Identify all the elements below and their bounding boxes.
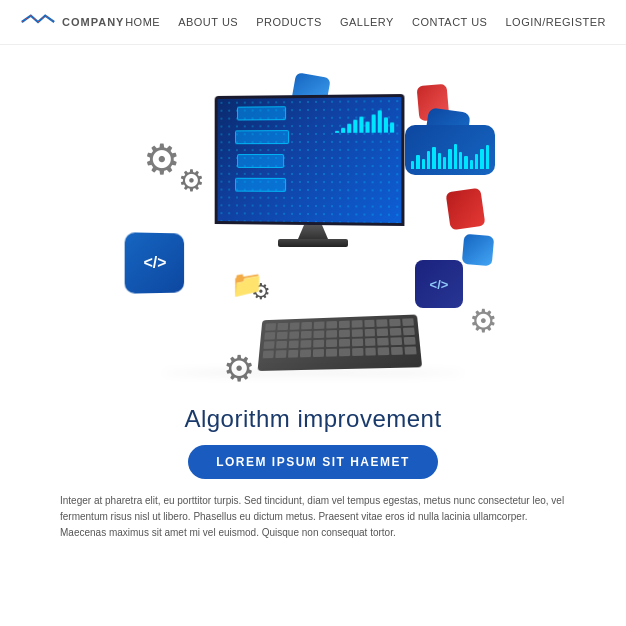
nav-login[interactable]: LOGIN/REGISTER: [505, 16, 606, 28]
monitor-stand: [298, 225, 328, 239]
logo-icon: [20, 12, 56, 32]
nav-gallery[interactable]: GALLERY: [340, 16, 394, 28]
screen-content: [218, 97, 402, 223]
gear-top-left-icon: ⚙: [143, 135, 181, 184]
platform-shadow: [163, 371, 463, 375]
description-text: Integer at pharetra elit, eu porttitor t…: [60, 493, 566, 541]
flowchart-box-2: [235, 130, 289, 144]
keyboard-keys: [258, 315, 421, 363]
header: COMPANY HOME ABOUT US PRODUCTS GALLERY C…: [0, 0, 626, 45]
page-title: Algorithm improvement: [60, 405, 566, 433]
logo-text: COMPANY: [62, 16, 124, 28]
code-tag-right-icon: </>: [415, 260, 463, 308]
main-content: ⚙ ⚙ ⚙ ⚙ ⚙ 📁 </> </>: [0, 45, 626, 549]
wave-bubble: [405, 125, 495, 175]
flowchart-box-3: [237, 154, 284, 168]
gear-top-left2-icon: ⚙: [178, 163, 205, 198]
screen-wave: [335, 102, 396, 133]
monitor-screen: [215, 94, 405, 226]
flowchart-box-4: [235, 178, 286, 192]
nav-contact[interactable]: CONTACT US: [412, 16, 488, 28]
flowchart-box-1: [237, 106, 286, 120]
nav-products[interactable]: PRODUCTS: [256, 16, 322, 28]
gear-bottom-left-icon: ⚙: [223, 348, 255, 390]
cta-button[interactable]: LOREM IPSUM SIT HAEMET: [188, 445, 438, 479]
logo-area: COMPANY: [20, 12, 124, 32]
wave-bars: [411, 134, 489, 169]
float-red-square-mid: [446, 188, 486, 231]
float-blue-square-mid: [462, 234, 495, 267]
gear-bottom-right-icon: ⚙: [469, 302, 498, 340]
illustration: ⚙ ⚙ ⚙ ⚙ ⚙ 📁 </> </>: [103, 55, 523, 395]
screen-wave-bars: [335, 102, 396, 133]
keyboard: [258, 315, 423, 371]
monitor: [213, 95, 413, 250]
folder-icon: 📁: [231, 269, 263, 300]
code-tag-left-icon: </>: [125, 232, 184, 293]
text-section: Algorithm improvement LOREM IPSUM SIT HA…: [20, 395, 606, 549]
nav-home[interactable]: HOME: [125, 16, 160, 28]
nav: HOME ABOUT US PRODUCTS GALLERY CONTACT U…: [125, 16, 606, 28]
nav-about[interactable]: ABOUT US: [178, 16, 238, 28]
monitor-base: [278, 239, 348, 247]
